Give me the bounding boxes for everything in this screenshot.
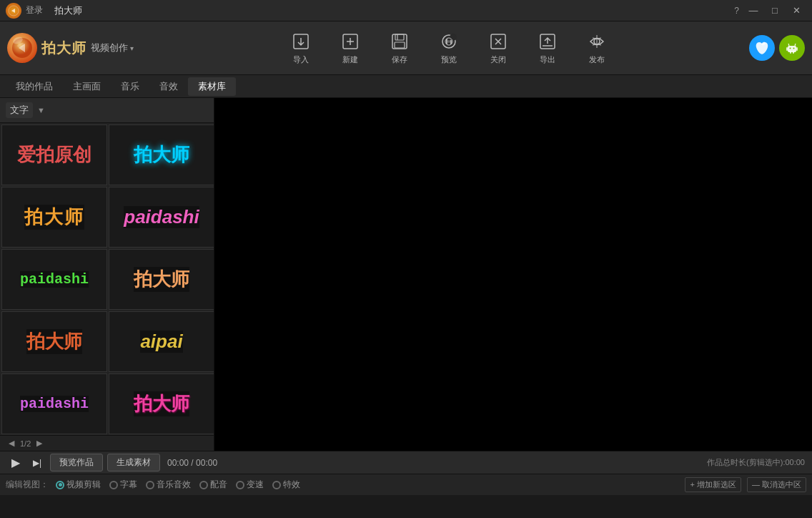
tile-3[interactable]: 拍大师 [1,187,107,248]
minimize-button[interactable]: — [743,3,763,19]
close-project-button[interactable]: 关闭 [475,25,521,72]
save-button[interactable]: 保存 [377,25,422,72]
svg-rect-24 [790,51,791,54]
toolbar-actions: 导入 新建 保存 [148,25,749,72]
export-button[interactable]: 导出 [525,25,570,72]
radio-music-sfx[interactable]: 音乐音效 [146,479,191,491]
tile-text-1: 爱拍原创 [17,142,91,167]
radio-dot-video-cut [56,481,64,489]
tile-10[interactable]: 拍大师 [109,373,214,434]
radio-video-cut[interactable]: 视频剪辑 [56,479,101,491]
remove-region-button[interactable]: — 取消选中区 [747,477,806,492]
tile-1[interactable]: 爱拍原创 [1,124,107,185]
radio-dot-music-sfx [146,481,154,489]
svg-rect-7 [395,42,405,48]
save-icon [389,31,410,52]
ios-button[interactable] [749,35,775,61]
logo-text: 拍大师 [41,39,86,58]
radio-dubbing[interactable]: 配音 [199,479,227,491]
tab-my-works[interactable]: 我的作品 [6,77,63,96]
publish-button[interactable]: 发布 [574,25,620,72]
maximize-button[interactable]: □ [765,3,785,19]
tab-music[interactable]: 音乐 [111,77,149,96]
svg-rect-6 [395,34,404,40]
close-button[interactable]: ✕ [786,3,806,19]
tile-7[interactable]: 拍大师 [1,311,107,372]
tile-text-4: paidashi [124,206,199,228]
tile-4[interactable]: paidashi [109,187,214,248]
page-indicator: ◀ 1/2 ▶ [0,435,214,451]
play-button[interactable]: ▶ [7,454,24,471]
generate-material-button[interactable]: 生成素材 [107,454,160,471]
new-button[interactable]: 新建 [327,25,373,72]
preview-icon [438,31,460,52]
filter-dropdown-icon[interactable]: ▼ [37,106,45,114]
svg-rect-21 [796,47,798,51]
tile-text-5: paidashi [20,271,89,288]
tile-8[interactable]: aipai [109,311,214,372]
android-button[interactable] [779,35,805,61]
tile-text-7: 拍大师 [26,329,82,354]
svg-point-23 [793,48,795,49]
tile-text-9: paidashi [20,396,89,412]
tile-text-8: aipai [140,331,182,353]
sub-toolbar: 我的作品 主画面 音乐 音效 素材库 [0,75,812,98]
logo-icon [7,33,37,63]
tile-text-6: 拍大师 [134,267,189,292]
new-icon [340,31,361,52]
publish-icon [586,31,608,52]
logo-area: 拍大师 视频创作 ▾ [7,33,134,63]
help-button[interactable]: ? [731,6,742,16]
platform-buttons [749,35,805,61]
import-icon [290,31,312,52]
step-forward-button[interactable]: ▶| [29,454,46,471]
svg-rect-19 [788,46,796,52]
tile-9[interactable]: paidashi [1,373,107,434]
total-time-display: 作品总时长(剪辑选中):00:00 [707,457,805,468]
svg-point-22 [790,48,791,49]
titlebar-left: 登录 拍大师 [6,3,82,19]
radio-dot-subtitles [109,481,118,489]
login-button[interactable]: 登录 [26,4,43,16]
svg-point-12 [447,40,450,43]
svg-rect-25 [793,51,794,54]
tile-6[interactable]: 拍大师 [109,249,214,310]
tab-sound-effect[interactable]: 音效 [149,77,188,96]
radio-speed[interactable]: 变速 [236,479,264,491]
panel-filter: 文字 ▼ [0,98,214,123]
import-button[interactable]: 导入 [278,25,324,72]
main-toolbar: 拍大师 视频创作 ▾ 导入 新建 [0,21,812,75]
radio-dot-effects [272,481,281,489]
prev-page-button[interactable]: ◀ [6,439,17,448]
playback-bar: ▶ ▶| 预览作品 生成素材 00:00 / 00:00 作品总时长(剪辑选中)… [0,451,812,474]
tab-main-screen[interactable]: 主画面 [63,77,111,96]
page-number: 1/2 [20,439,31,448]
content-area: 文字 ▼ 爱拍原创 拍大师 拍大师 paidashi paidashi [0,98,812,451]
close-project-icon [487,31,509,52]
titlebar-controls: ? — □ ✕ [731,3,806,19]
app-logo-icon [6,3,21,19]
export-icon [537,31,558,52]
radio-subtitles[interactable]: 字幕 [109,479,137,491]
next-page-button[interactable]: ▶ [34,439,45,448]
edit-mode-radio-group: 视频剪辑 字幕 音乐音效 配音 变速 特效 [56,479,300,491]
tiles-grid: 爱拍原创 拍大师 拍大师 paidashi paidashi 拍大师 [0,123,214,435]
edit-mode-label: 编辑视图： [6,479,49,491]
add-region-button[interactable]: + 增加新选区 [685,477,741,492]
preview-work-button[interactable]: 预览作品 [50,454,103,471]
filter-label: 文字 [6,102,33,118]
tile-5[interactable]: paidashi [1,249,107,310]
tile-text-3: 拍大师 [24,205,84,230]
radio-effects[interactable]: 特效 [272,479,300,491]
preview-toolbar-button[interactable]: 预览 [426,25,472,72]
radio-dot-speed [236,481,244,489]
app-title: 拍大师 [54,4,82,17]
video-creation-button[interactable]: 视频创作 ▾ [91,41,134,54]
tile-2[interactable]: 拍大师 [109,124,214,185]
edit-bar: 编辑视图： 视频剪辑 字幕 音乐音效 配音 变速 特效 + 增加新选区 — 取消… [0,474,812,495]
tab-material-lib[interactable]: 素材库 [188,77,236,96]
region-controls: + 增加新选区 — 取消选中区 [685,477,806,492]
tile-text-10: 拍大师 [134,391,189,416]
tile-text-2: 拍大师 [134,142,189,167]
titlebar: 登录 拍大师 ? — □ ✕ [0,0,812,21]
